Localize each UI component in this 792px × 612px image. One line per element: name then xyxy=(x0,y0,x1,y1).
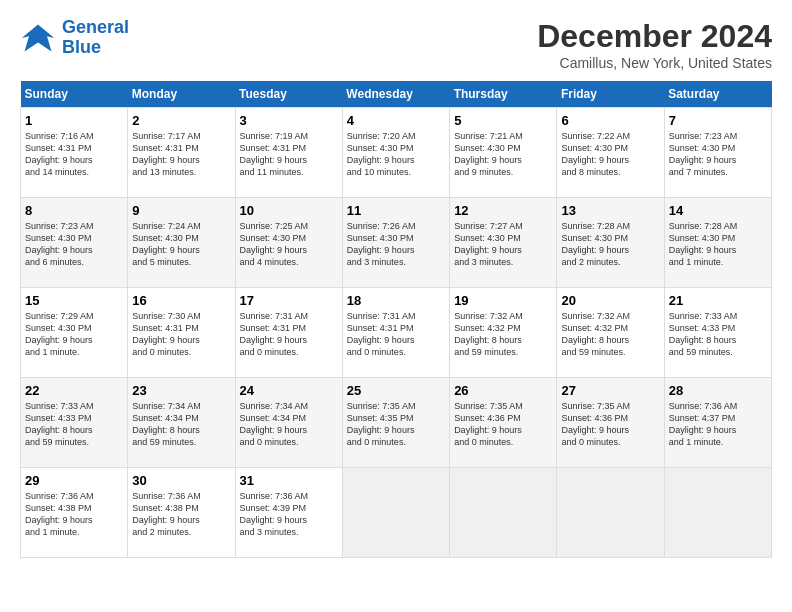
day-info: Sunrise: 7:36 AM Sunset: 4:38 PM Dayligh… xyxy=(25,490,123,539)
calendar-cell: 18Sunrise: 7:31 AM Sunset: 4:31 PM Dayli… xyxy=(342,288,449,378)
day-number: 22 xyxy=(25,383,123,398)
day-number: 25 xyxy=(347,383,445,398)
svg-marker-0 xyxy=(22,24,54,51)
calendar-week-4: 22Sunrise: 7:33 AM Sunset: 4:33 PM Dayli… xyxy=(21,378,772,468)
day-number: 13 xyxy=(561,203,659,218)
day-info: Sunrise: 7:29 AM Sunset: 4:30 PM Dayligh… xyxy=(25,310,123,359)
title-block: December 2024 Camillus, New York, United… xyxy=(537,18,772,71)
day-info: Sunrise: 7:32 AM Sunset: 4:32 PM Dayligh… xyxy=(454,310,552,359)
page: General Blue December 2024 Camillus, New… xyxy=(0,0,792,568)
calendar-cell: 30Sunrise: 7:36 AM Sunset: 4:38 PM Dayli… xyxy=(128,468,235,558)
day-info: Sunrise: 7:31 AM Sunset: 4:31 PM Dayligh… xyxy=(347,310,445,359)
day-info: Sunrise: 7:32 AM Sunset: 4:32 PM Dayligh… xyxy=(561,310,659,359)
calendar-cell: 4Sunrise: 7:20 AM Sunset: 4:30 PM Daylig… xyxy=(342,108,449,198)
calendar-cell: 28Sunrise: 7:36 AM Sunset: 4:37 PM Dayli… xyxy=(664,378,771,468)
day-info: Sunrise: 7:35 AM Sunset: 4:35 PM Dayligh… xyxy=(347,400,445,449)
day-info: Sunrise: 7:16 AM Sunset: 4:31 PM Dayligh… xyxy=(25,130,123,179)
day-info: Sunrise: 7:23 AM Sunset: 4:30 PM Dayligh… xyxy=(25,220,123,269)
day-number: 15 xyxy=(25,293,123,308)
calendar-week-1: 1Sunrise: 7:16 AM Sunset: 4:31 PM Daylig… xyxy=(21,108,772,198)
subtitle: Camillus, New York, United States xyxy=(537,55,772,71)
day-number: 11 xyxy=(347,203,445,218)
calendar-cell: 3Sunrise: 7:19 AM Sunset: 4:31 PM Daylig… xyxy=(235,108,342,198)
calendar-cell: 13Sunrise: 7:28 AM Sunset: 4:30 PM Dayli… xyxy=(557,198,664,288)
day-number: 31 xyxy=(240,473,338,488)
day-info: Sunrise: 7:25 AM Sunset: 4:30 PM Dayligh… xyxy=(240,220,338,269)
day-number: 4 xyxy=(347,113,445,128)
day-info: Sunrise: 7:33 AM Sunset: 4:33 PM Dayligh… xyxy=(669,310,767,359)
calendar-cell: 20Sunrise: 7:32 AM Sunset: 4:32 PM Dayli… xyxy=(557,288,664,378)
day-number: 12 xyxy=(454,203,552,218)
day-info: Sunrise: 7:24 AM Sunset: 4:30 PM Dayligh… xyxy=(132,220,230,269)
calendar-cell xyxy=(450,468,557,558)
header-wednesday: Wednesday xyxy=(342,81,449,108)
calendar-cell: 31Sunrise: 7:36 AM Sunset: 4:39 PM Dayli… xyxy=(235,468,342,558)
calendar-cell xyxy=(664,468,771,558)
calendar-cell xyxy=(557,468,664,558)
main-title: December 2024 xyxy=(537,18,772,55)
calendar-cell: 14Sunrise: 7:28 AM Sunset: 4:30 PM Dayli… xyxy=(664,198,771,288)
calendar-cell: 7Sunrise: 7:23 AM Sunset: 4:30 PM Daylig… xyxy=(664,108,771,198)
header-tuesday: Tuesday xyxy=(235,81,342,108)
calendar-cell: 19Sunrise: 7:32 AM Sunset: 4:32 PM Dayli… xyxy=(450,288,557,378)
day-info: Sunrise: 7:34 AM Sunset: 4:34 PM Dayligh… xyxy=(240,400,338,449)
day-number: 9 xyxy=(132,203,230,218)
header-saturday: Saturday xyxy=(664,81,771,108)
calendar-table: SundayMondayTuesdayWednesdayThursdayFrid… xyxy=(20,81,772,558)
header-friday: Friday xyxy=(557,81,664,108)
day-number: 21 xyxy=(669,293,767,308)
calendar-cell: 29Sunrise: 7:36 AM Sunset: 4:38 PM Dayli… xyxy=(21,468,128,558)
day-info: Sunrise: 7:19 AM Sunset: 4:31 PM Dayligh… xyxy=(240,130,338,179)
day-info: Sunrise: 7:23 AM Sunset: 4:30 PM Dayligh… xyxy=(669,130,767,179)
day-info: Sunrise: 7:33 AM Sunset: 4:33 PM Dayligh… xyxy=(25,400,123,449)
calendar-cell: 2Sunrise: 7:17 AM Sunset: 4:31 PM Daylig… xyxy=(128,108,235,198)
calendar-header-row: SundayMondayTuesdayWednesdayThursdayFrid… xyxy=(21,81,772,108)
calendar-cell: 17Sunrise: 7:31 AM Sunset: 4:31 PM Dayli… xyxy=(235,288,342,378)
day-info: Sunrise: 7:26 AM Sunset: 4:30 PM Dayligh… xyxy=(347,220,445,269)
day-number: 30 xyxy=(132,473,230,488)
calendar-cell: 26Sunrise: 7:35 AM Sunset: 4:36 PM Dayli… xyxy=(450,378,557,468)
day-number: 24 xyxy=(240,383,338,398)
day-info: Sunrise: 7:34 AM Sunset: 4:34 PM Dayligh… xyxy=(132,400,230,449)
day-number: 28 xyxy=(669,383,767,398)
calendar-week-3: 15Sunrise: 7:29 AM Sunset: 4:30 PM Dayli… xyxy=(21,288,772,378)
day-info: Sunrise: 7:20 AM Sunset: 4:30 PM Dayligh… xyxy=(347,130,445,179)
day-number: 17 xyxy=(240,293,338,308)
day-info: Sunrise: 7:30 AM Sunset: 4:31 PM Dayligh… xyxy=(132,310,230,359)
day-number: 3 xyxy=(240,113,338,128)
calendar-week-5: 29Sunrise: 7:36 AM Sunset: 4:38 PM Dayli… xyxy=(21,468,772,558)
day-number: 19 xyxy=(454,293,552,308)
day-info: Sunrise: 7:22 AM Sunset: 4:30 PM Dayligh… xyxy=(561,130,659,179)
day-info: Sunrise: 7:28 AM Sunset: 4:30 PM Dayligh… xyxy=(669,220,767,269)
calendar-cell: 15Sunrise: 7:29 AM Sunset: 4:30 PM Dayli… xyxy=(21,288,128,378)
header-monday: Monday xyxy=(128,81,235,108)
calendar-cell: 22Sunrise: 7:33 AM Sunset: 4:33 PM Dayli… xyxy=(21,378,128,468)
calendar-cell: 23Sunrise: 7:34 AM Sunset: 4:34 PM Dayli… xyxy=(128,378,235,468)
day-number: 29 xyxy=(25,473,123,488)
day-info: Sunrise: 7:36 AM Sunset: 4:39 PM Dayligh… xyxy=(240,490,338,539)
day-number: 14 xyxy=(669,203,767,218)
logo-bird-icon xyxy=(20,20,56,56)
header: General Blue December 2024 Camillus, New… xyxy=(20,18,772,71)
day-number: 16 xyxy=(132,293,230,308)
day-number: 2 xyxy=(132,113,230,128)
calendar-cell: 27Sunrise: 7:35 AM Sunset: 4:36 PM Dayli… xyxy=(557,378,664,468)
day-info: Sunrise: 7:21 AM Sunset: 4:30 PM Dayligh… xyxy=(454,130,552,179)
calendar-cell: 16Sunrise: 7:30 AM Sunset: 4:31 PM Dayli… xyxy=(128,288,235,378)
logo-text: General Blue xyxy=(62,18,129,58)
day-number: 20 xyxy=(561,293,659,308)
calendar-week-2: 8Sunrise: 7:23 AM Sunset: 4:30 PM Daylig… xyxy=(21,198,772,288)
header-sunday: Sunday xyxy=(21,81,128,108)
day-info: Sunrise: 7:35 AM Sunset: 4:36 PM Dayligh… xyxy=(454,400,552,449)
day-number: 18 xyxy=(347,293,445,308)
calendar-cell: 10Sunrise: 7:25 AM Sunset: 4:30 PM Dayli… xyxy=(235,198,342,288)
header-thursday: Thursday xyxy=(450,81,557,108)
day-number: 1 xyxy=(25,113,123,128)
day-number: 6 xyxy=(561,113,659,128)
day-info: Sunrise: 7:35 AM Sunset: 4:36 PM Dayligh… xyxy=(561,400,659,449)
day-number: 10 xyxy=(240,203,338,218)
calendar-cell: 9Sunrise: 7:24 AM Sunset: 4:30 PM Daylig… xyxy=(128,198,235,288)
calendar-cell: 11Sunrise: 7:26 AM Sunset: 4:30 PM Dayli… xyxy=(342,198,449,288)
calendar-cell: 24Sunrise: 7:34 AM Sunset: 4:34 PM Dayli… xyxy=(235,378,342,468)
calendar-cell xyxy=(342,468,449,558)
